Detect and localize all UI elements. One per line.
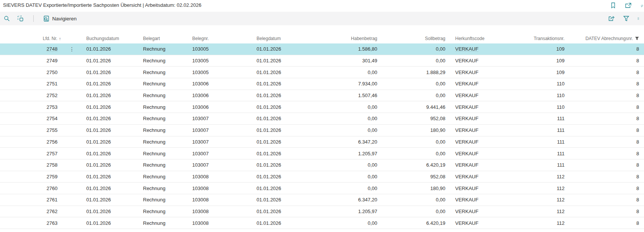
cell-belegdatum[interactable]: 01.01.2026 <box>252 186 308 191</box>
cell-transaktionsnr[interactable]: 111 <box>498 151 569 156</box>
cell-transaktionsnr[interactable]: 111 <box>498 127 569 133</box>
cell-herkunftscode[interactable]: VERKAUF <box>450 93 498 98</box>
cell-belegdatum[interactable]: 01.01.2026 <box>252 104 308 110</box>
cell-lfd_nr[interactable]: 2748 <box>38 46 62 52</box>
cell-transaktionsnr[interactable]: 109 <box>498 58 569 63</box>
cell-habenbetrag[interactable]: 0,00 <box>308 127 382 133</box>
cell-belegart[interactable]: Rechnung <box>138 151 187 156</box>
cell-lfd_nr[interactable]: 2757 <box>38 151 62 156</box>
cell-herkunftscode[interactable]: VERKAUF <box>450 127 498 133</box>
cell-transaktionsnr[interactable]: 111 <box>498 139 569 145</box>
cell-habenbetrag[interactable]: 7.934,00 <box>308 81 382 87</box>
cell-belegnr[interactable]: 103005 <box>187 46 252 52</box>
cell-buchungsdatum[interactable]: 01.01.2026 <box>81 162 138 168</box>
cell-belegnr[interactable]: 103007 <box>187 162 252 168</box>
cell-buchungsdatum[interactable]: 01.01.2026 <box>81 81 138 87</box>
cell-datev_abrechnungsnr[interactable]: 8 <box>569 209 644 214</box>
cell-buchungsdatum[interactable]: 01.01.2026 <box>81 104 138 110</box>
cell-belegart[interactable]: Rechnung <box>138 46 187 52</box>
cell-belegdatum[interactable]: 01.01.2026 <box>252 162 308 168</box>
bookmark-icon[interactable] <box>610 1 616 11</box>
cell-habenbetrag[interactable]: 0,00 <box>308 174 382 179</box>
cell-buchungsdatum[interactable]: 01.01.2026 <box>81 58 138 63</box>
navigate-button[interactable]: Navigieren <box>44 14 77 23</box>
cell-herkunftscode[interactable]: VERKAUF <box>450 220 498 226</box>
cell-datev_abrechnungsnr[interactable]: 8 <box>569 70 644 75</box>
table-row[interactable]: 276301.01.2026Rechnung10300801.01.20260,… <box>0 217 644 229</box>
cell-belegart[interactable]: Rechnung <box>138 58 187 63</box>
table-row[interactable]: 275101.01.2026Rechnung10300601.01.20267.… <box>0 78 644 90</box>
cell-belegart[interactable]: Rechnung <box>138 70 187 75</box>
cell-belegdatum[interactable]: 01.01.2026 <box>252 58 308 63</box>
cell-belegdatum[interactable]: 01.01.2026 <box>252 70 308 75</box>
search-icon[interactable] <box>4 14 10 23</box>
cell-sollbetrag[interactable]: 0,00 <box>382 197 450 203</box>
cell-habenbetrag[interactable]: 1.586,80 <box>308 46 382 52</box>
cell-habenbetrag[interactable]: 0,00 <box>308 104 382 110</box>
cell-buchungsdatum[interactable]: 01.01.2026 <box>81 127 138 133</box>
cell-sollbetrag[interactable]: 0,00 <box>382 46 450 52</box>
cell-datev_abrechnungsnr[interactable]: 8 <box>569 104 644 110</box>
table-row[interactable]: 275601.01.2026Rechnung10300701.01.20266.… <box>0 136 644 148</box>
cell-transaktionsnr[interactable]: 111 <box>498 162 569 168</box>
cell-herkunftscode[interactable]: VERKAUF <box>450 104 498 110</box>
cell-lfd_nr[interactable]: 2749 <box>38 58 62 63</box>
cell-sollbetrag[interactable]: 180,90 <box>382 127 450 133</box>
cell-sollbetrag[interactable]: 0,00 <box>382 81 450 87</box>
analyze-icon[interactable] <box>17 14 23 23</box>
cell-sollbetrag[interactable]: 1.888,29 <box>382 70 450 75</box>
cell-belegdatum[interactable]: 01.01.2026 <box>252 174 308 179</box>
cell-herkunftscode[interactable]: VERKAUF <box>450 70 498 75</box>
cell-belegnr[interactable]: 103005 <box>187 70 252 75</box>
cell-belegdatum[interactable]: 01.01.2026 <box>252 209 308 214</box>
column-header-belegnr[interactable]: Belegnr. <box>187 34 252 43</box>
cell-datev_abrechnungsnr[interactable]: 8 <box>569 186 644 191</box>
cell-buchungsdatum[interactable]: 01.01.2026 <box>81 46 138 52</box>
cell-belegart[interactable]: Rechnung <box>138 209 187 214</box>
table-row[interactable]: 276201.01.2026Rechnung10300801.01.20261.… <box>0 206 644 218</box>
cell-sollbetrag[interactable]: 6.420,19 <box>382 162 450 168</box>
cell-belegdatum[interactable]: 01.01.2026 <box>252 46 308 52</box>
cell-herkunftscode[interactable]: VERKAUF <box>450 58 498 63</box>
cell-buchungsdatum[interactable]: 01.01.2026 <box>81 93 138 98</box>
table-row[interactable]: 275001.01.2026Rechnung10300501.01.20260,… <box>0 67 644 78</box>
cell-sollbetrag[interactable]: 0,00 <box>382 209 450 214</box>
cell-belegdatum[interactable]: 01.01.2026 <box>252 139 308 145</box>
cell-datev_abrechnungsnr[interactable]: 8 <box>569 197 644 203</box>
cell-herkunftscode[interactable]: VERKAUF <box>450 162 498 168</box>
cell-belegdatum[interactable]: 01.01.2026 <box>252 197 308 203</box>
cell-buchungsdatum[interactable]: 01.01.2026 <box>81 209 138 214</box>
cell-belegnr[interactable]: 103007 <box>187 116 252 121</box>
cell-datev_abrechnungsnr[interactable]: 8 <box>569 127 644 133</box>
cell-lfd_nr[interactable]: 2750 <box>38 70 62 75</box>
cell-belegart[interactable]: Rechnung <box>138 162 187 168</box>
cell-belegnr[interactable]: 103005 <box>187 58 252 63</box>
table-row[interactable]: 274901.01.2026Rechnung10300501.01.202630… <box>0 55 644 67</box>
cell-belegnr[interactable]: 103007 <box>187 151 252 156</box>
cell-belegnr[interactable]: 103006 <box>187 93 252 98</box>
cell-transaktionsnr[interactable]: 110 <box>498 104 569 110</box>
cell-herkunftscode[interactable]: VERKAUF <box>450 46 498 52</box>
cell-transaktionsnr[interactable]: 109 <box>498 46 569 52</box>
cell-transaktionsnr[interactable]: 110 <box>498 93 569 98</box>
cell-belegnr[interactable]: 103007 <box>187 139 252 145</box>
cell-habenbetrag[interactable]: 0,00 <box>308 186 382 191</box>
cell-lfd_nr[interactable]: 2762 <box>38 209 62 214</box>
table-row[interactable]: 275901.01.2026Rechnung10300801.01.20260,… <box>0 171 644 183</box>
cell-belegdatum[interactable]: 01.01.2026 <box>252 127 308 133</box>
cell-datev_abrechnungsnr[interactable]: 8 <box>569 46 644 52</box>
cell-datev_abrechnungsnr[interactable]: 8 <box>569 220 644 226</box>
cell-belegart[interactable]: Rechnung <box>138 104 187 110</box>
cell-herkunftscode[interactable]: VERKAUF <box>450 81 498 87</box>
cell-datev_abrechnungsnr[interactable]: 8 <box>569 174 644 179</box>
cell-belegnr[interactable]: 103007 <box>187 127 252 133</box>
cell-habenbetrag[interactable]: 6.347,20 <box>308 197 382 203</box>
column-header-sollbetrag[interactable]: Sollbetrag <box>382 34 450 43</box>
cell-belegdatum[interactable]: 01.01.2026 <box>252 220 308 226</box>
cell-habenbetrag[interactable]: 1.507,46 <box>308 93 382 98</box>
column-header-datev_abrechnungsnr[interactable]: DATEV Abrechnungsnr. <box>569 34 644 43</box>
table-row[interactable]: 275201.01.2026Rechnung10300601.01.20261.… <box>0 90 644 102</box>
column-header-belegart[interactable]: Belegart <box>138 34 187 43</box>
table-row[interactable]: 2748⋮01.01.2026Rechnung10300501.01.20261… <box>0 43 644 55</box>
cell-belegnr[interactable]: 103008 <box>187 220 252 226</box>
